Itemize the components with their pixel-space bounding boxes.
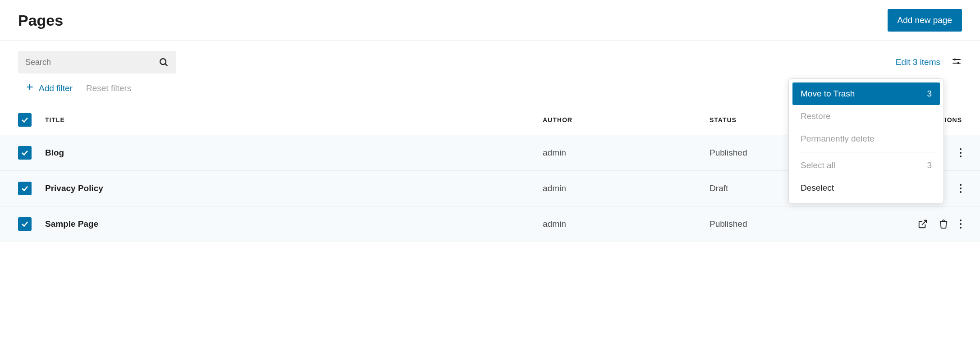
row-checkbox[interactable] [18, 146, 32, 160]
row-checkbox[interactable] [18, 217, 32, 231]
row-title[interactable]: Sample Page [45, 219, 543, 229]
trash-icon[interactable] [939, 219, 948, 229]
svg-point-17 [960, 227, 962, 229]
more-actions-icon[interactable] [959, 183, 962, 193]
more-actions-icon[interactable] [959, 219, 962, 229]
dropdown-item-label: Permanently delete [801, 134, 875, 144]
svg-point-12 [960, 188, 962, 189]
svg-rect-2 [953, 59, 961, 60]
dropdown-restore[interactable]: Restore [792, 105, 940, 128]
search-input[interactable] [25, 58, 159, 67]
row-status: Published [710, 219, 890, 229]
open-external-icon[interactable] [918, 219, 928, 229]
row-author: admin [543, 148, 710, 158]
add-new-page-button[interactable]: Add new page [888, 9, 962, 32]
dropdown-divider [798, 152, 934, 152]
dropdown-item-count: 3 [927, 160, 932, 170]
settings-icon[interactable] [951, 56, 962, 69]
search-icon[interactable] [159, 57, 169, 67]
dropdown-item-count: 3 [927, 89, 932, 99]
svg-point-15 [960, 220, 962, 221]
edit-items-link[interactable]: Edit 3 items [896, 57, 940, 67]
select-all-checkbox[interactable] [18, 113, 32, 127]
row-author: admin [543, 219, 710, 229]
add-filter-label: Add filter [39, 83, 73, 93]
column-header-author[interactable]: AUTHOR [543, 116, 710, 124]
dropdown-move-to-trash[interactable]: Move to Trash 3 [792, 82, 940, 105]
dropdown-item-label: Move to Trash [801, 89, 855, 99]
row-checkbox[interactable] [18, 182, 32, 195]
svg-point-13 [960, 191, 962, 193]
svg-point-5 [957, 62, 960, 64]
bulk-actions-dropdown: Move to Trash 3 Restore Permanently dele… [788, 78, 944, 203]
dropdown-select-all[interactable]: Select all 3 [792, 154, 940, 177]
page-title: Pages [18, 12, 63, 29]
svg-line-14 [922, 220, 926, 225]
reset-filters-button[interactable]: Reset filters [86, 83, 131, 93]
add-filter-button[interactable]: Add filter [25, 82, 73, 94]
more-actions-icon[interactable] [959, 148, 962, 158]
dropdown-deselect[interactable]: Deselect [792, 177, 940, 199]
svg-point-4 [954, 58, 956, 60]
svg-point-8 [960, 148, 962, 150]
column-header-title[interactable]: TITLE [45, 116, 543, 124]
table-row[interactable]: Sample Page admin Published [0, 206, 980, 242]
dropdown-item-label: Restore [801, 111, 831, 121]
svg-rect-3 [953, 63, 961, 64]
plus-icon [25, 82, 34, 94]
svg-point-11 [960, 184, 962, 186]
svg-point-10 [960, 156, 962, 157]
svg-line-1 [165, 64, 168, 66]
svg-point-9 [960, 152, 962, 154]
row-title[interactable]: Blog [45, 148, 543, 158]
row-author: admin [543, 183, 710, 193]
svg-point-0 [160, 59, 166, 64]
dropdown-item-label: Select all [801, 160, 835, 170]
dropdown-item-label: Deselect [801, 183, 834, 193]
search-box [18, 51, 176, 73]
row-title[interactable]: Privacy Policy [45, 183, 543, 193]
svg-point-16 [960, 223, 962, 225]
dropdown-permanently-delete[interactable]: Permanently delete [792, 128, 940, 150]
